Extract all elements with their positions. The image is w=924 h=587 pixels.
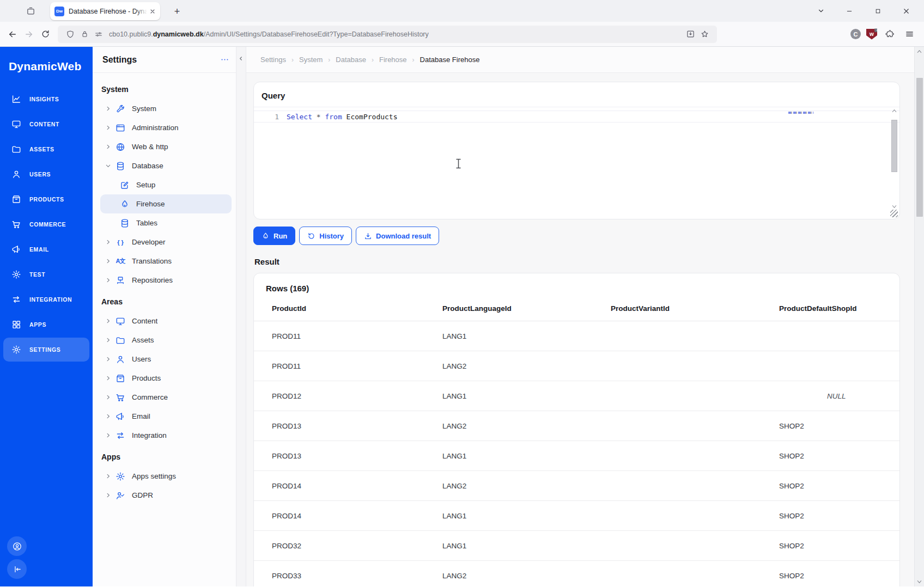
- chevron-right-icon[interactable]: [104, 125, 112, 131]
- firefox-view-icon[interactable]: [23, 3, 38, 19]
- minimize-button[interactable]: [842, 4, 856, 18]
- table-cell: SHOP2: [779, 482, 886, 490]
- page-scrollbar-thumb[interactable]: [916, 78, 923, 217]
- tree-item-web-http[interactable]: Web & http: [100, 137, 232, 156]
- sidebar-item-assets[interactable]: ASSETS: [3, 137, 89, 161]
- line-number: 1: [254, 113, 287, 121]
- chevron-down-icon[interactable]: [104, 163, 112, 169]
- chevron-right-icon[interactable]: [104, 337, 112, 343]
- run-button[interactable]: Run: [253, 227, 295, 245]
- tree-item-system[interactable]: System: [100, 99, 232, 118]
- tab-list-chevron-icon[interactable]: [814, 4, 828, 18]
- tree-item-developer[interactable]: { }Developer: [100, 233, 232, 252]
- reload-button[interactable]: [37, 26, 53, 42]
- breadcrumb-item[interactable]: System: [299, 56, 323, 64]
- chevron-right-icon[interactable]: [104, 473, 112, 479]
- history-button[interactable]: History: [299, 227, 352, 245]
- profile-button[interactable]: [7, 536, 27, 556]
- chevron-right-icon[interactable]: [104, 413, 112, 419]
- new-tab-button[interactable]: +: [170, 4, 184, 19]
- sidebar-item-commerce[interactable]: COMMERCE: [3, 212, 89, 236]
- permissions-icon[interactable]: [92, 28, 106, 40]
- tree-item-administration[interactable]: Administration: [100, 118, 232, 137]
- lock-icon[interactable]: [77, 28, 92, 40]
- table-row: PROD12LANG1NULL: [254, 381, 899, 411]
- forward-button[interactable]: [21, 26, 37, 42]
- tree-item-repositories[interactable]: Repositories: [100, 271, 232, 290]
- table-row: PROD13LANG2SHOP2: [254, 411, 899, 441]
- tree-item-label: Content: [132, 317, 157, 325]
- extension-shield-icon[interactable]: w1: [866, 29, 877, 40]
- extension-c-icon[interactable]: C: [850, 29, 861, 39]
- chevron-right-icon[interactable]: [104, 277, 112, 283]
- sidebar-item-apps[interactable]: APPS: [3, 313, 89, 337]
- collapse-sidebar-button[interactable]: [7, 559, 27, 579]
- page-scrollbar[interactable]: [914, 47, 924, 586]
- tree-item-tables[interactable]: Tables: [100, 213, 232, 233]
- chevron-right-icon[interactable]: [104, 432, 112, 438]
- tab-close-icon[interactable]: [149, 8, 156, 15]
- chevron-right-icon[interactable]: [104, 258, 112, 264]
- tree-item-content[interactable]: Content: [100, 311, 232, 331]
- folder-icon: [11, 144, 22, 155]
- panel-collapse-rail[interactable]: [236, 47, 246, 586]
- maximize-button[interactable]: [871, 4, 885, 18]
- url-bar[interactable]: cbo10.public9.dynamicweb.dk/Admin/UI/Set…: [58, 26, 717, 43]
- downloads-icon[interactable]: [683, 28, 697, 40]
- editor-resize-grip[interactable]: [890, 210, 898, 217]
- tree-item-translations[interactable]: A文Translations: [100, 252, 232, 271]
- page-scroll-up-icon: [916, 49, 922, 54]
- sidebar-item-label: INSIGHTS: [29, 96, 59, 102]
- back-button[interactable]: [4, 26, 21, 42]
- breadcrumb-item[interactable]: Settings: [260, 56, 286, 64]
- tree-item-apps-settings[interactable]: Apps settings: [100, 467, 232, 486]
- tree-item-email[interactable]: Email: [100, 407, 232, 426]
- chevron-right-icon[interactable]: [104, 239, 112, 245]
- tree-item-database[interactable]: Database: [100, 156, 232, 175]
- chevron-right-icon[interactable]: [104, 106, 112, 112]
- chevron-right-icon[interactable]: [104, 144, 112, 150]
- chevron-right-icon[interactable]: [104, 492, 112, 498]
- tree-item-users[interactable]: Users: [100, 350, 232, 369]
- download-result-button[interactable]: Download result: [356, 227, 439, 245]
- chevron-right-icon[interactable]: [104, 375, 112, 381]
- panel-menu-ellipsis-icon[interactable]: [220, 55, 229, 64]
- tree-item-label: Database: [132, 162, 163, 170]
- tree-section-apps: Apps: [101, 453, 232, 461]
- editor-scrollbar-thumb[interactable]: [891, 120, 897, 172]
- editor-scrollbar[interactable]: [890, 108, 898, 209]
- menu-hamburger-icon[interactable]: [902, 27, 916, 41]
- chevron-right-icon[interactable]: [104, 318, 112, 324]
- sidebar-item-integration[interactable]: INTEGRATION: [3, 288, 89, 311]
- tree-item-assets[interactable]: Assets: [100, 331, 232, 350]
- tree-item-setup[interactable]: Setup: [100, 175, 232, 194]
- bookmark-star-icon[interactable]: [697, 28, 712, 40]
- sidebar-item-insights[interactable]: INSIGHTS: [3, 87, 89, 111]
- tree-item-products[interactable]: Products: [100, 369, 232, 388]
- table-cell: LANG2: [442, 362, 611, 370]
- tree-item-firehose[interactable]: Firehose: [100, 194, 232, 213]
- sidebar-item-label: EMAIL: [29, 246, 49, 253]
- table-cell: PROD14: [272, 482, 442, 490]
- breadcrumb-item[interactable]: Firehose: [379, 56, 407, 64]
- tracking-shield-icon[interactable]: [63, 28, 77, 40]
- tree-item-label: Apps settings: [132, 472, 176, 480]
- extensions-puzzle-icon[interactable]: [883, 27, 897, 41]
- chevron-right-icon[interactable]: [104, 356, 112, 362]
- sidebar-item-content[interactable]: CONTENT: [3, 112, 89, 136]
- sql-editor[interactable]: 1 Select * from EcomProducts: [254, 107, 899, 219]
- browser-tab[interactable]: Dw Database Firehose - DynamicW: [50, 2, 160, 20]
- breadcrumb-item[interactable]: Database: [336, 56, 366, 64]
- sidebar-item-test[interactable]: TEST: [3, 262, 89, 286]
- tree-item-integration[interactable]: Integration: [100, 426, 232, 445]
- sidebar-item-users[interactable]: USERS: [3, 162, 89, 186]
- table-cell: PROD12: [272, 392, 442, 400]
- window-close-button[interactable]: [899, 4, 913, 18]
- tree-item-commerce[interactable]: Commerce: [100, 388, 232, 407]
- chevron-right-icon[interactable]: [104, 394, 112, 400]
- sidebar-item-settings[interactable]: SETTINGS: [3, 338, 89, 362]
- database-icon: [120, 218, 130, 228]
- sidebar-item-email[interactable]: EMAIL: [3, 237, 89, 261]
- tree-item-gdpr[interactable]: GDPR: [100, 486, 232, 505]
- sidebar-item-products[interactable]: PRODUCTS: [3, 187, 89, 211]
